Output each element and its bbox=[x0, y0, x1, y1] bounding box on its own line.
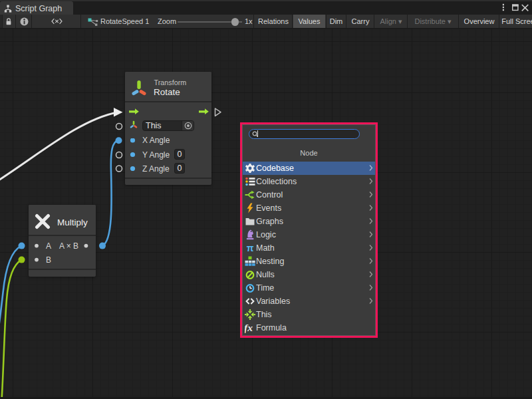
svg-text:fx: fx bbox=[245, 323, 253, 333]
svg-text:π: π bbox=[247, 243, 254, 253]
